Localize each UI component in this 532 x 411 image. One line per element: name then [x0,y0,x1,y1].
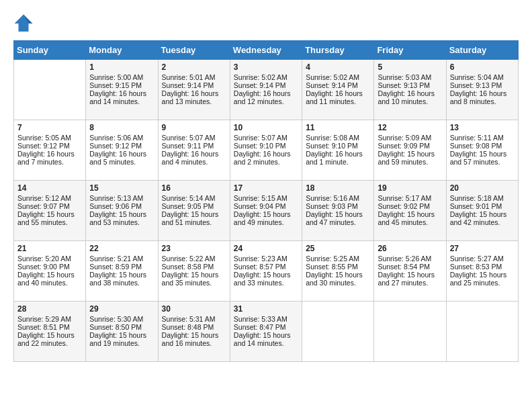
sunset-text: Sunset: 9:07 PM [17,202,82,210]
sunset-text: Sunset: 8:51 PM [17,323,82,331]
daylight-text: Daylight: 15 hours and 47 minutes. [306,210,370,226]
day-number: 17 [234,183,298,193]
day-number: 15 [89,183,154,193]
daylight-text: Daylight: 15 hours and 40 minutes. [17,271,82,287]
daylight-text: Daylight: 16 hours and 5 minutes. [89,150,154,166]
day-number: 9 [162,123,226,132]
sunset-text: Sunset: 8:59 PM [89,263,154,271]
day-number: 20 [450,183,515,193]
calendar-cell: 11Sunrise: 5:08 AMSunset: 9:10 PMDayligh… [302,120,374,181]
header-cell-tuesday: Tuesday [158,41,230,60]
calendar-cell: 16Sunrise: 5:14 AMSunset: 9:05 PMDayligh… [158,181,230,241]
sunset-text: Sunset: 9:04 PM [234,202,298,210]
sunrise-text: Sunrise: 5:11 AM [450,134,515,142]
calendar-cell: 21Sunrise: 5:20 AMSunset: 9:00 PMDayligh… [14,241,86,302]
sunset-text: Sunset: 8:48 PM [162,323,226,331]
sunset-text: Sunset: 9:09 PM [378,142,442,150]
header-cell-wednesday: Wednesday [230,41,302,60]
calendar-cell: 22Sunrise: 5:21 AMSunset: 8:59 PMDayligh… [86,241,158,302]
sunset-text: Sunset: 8:47 PM [234,323,298,331]
calendar-cell: 5Sunrise: 5:03 AMSunset: 9:13 PMDaylight… [374,60,446,120]
week-row-3: 14Sunrise: 5:12 AMSunset: 9:07 PMDayligh… [14,181,519,241]
daylight-text: Daylight: 16 hours and 13 minutes. [162,89,226,105]
sunset-text: Sunset: 9:01 PM [450,202,515,210]
day-number: 11 [306,123,370,132]
sunrise-text: Sunrise: 5:07 AM [234,134,298,142]
calendar-cell: 17Sunrise: 5:15 AMSunset: 9:04 PMDayligh… [230,181,302,241]
sunset-text: Sunset: 9:14 PM [306,81,370,89]
calendar-cell: 31Sunrise: 5:33 AMSunset: 8:47 PMDayligh… [230,302,302,362]
calendar-cell: 12Sunrise: 5:09 AMSunset: 9:09 PMDayligh… [374,120,446,181]
sunset-text: Sunset: 9:02 PM [378,202,442,210]
day-number: 14 [17,183,82,193]
day-number: 23 [162,244,226,253]
calendar-cell: 15Sunrise: 5:13 AMSunset: 9:06 PMDayligh… [86,181,158,241]
day-number: 22 [89,244,154,253]
daylight-text: Daylight: 15 hours and 38 minutes. [89,271,154,287]
week-row-2: 7Sunrise: 5:05 AMSunset: 9:12 PMDaylight… [14,120,519,181]
sunrise-text: Sunrise: 5:16 AM [306,194,370,202]
sunrise-text: Sunrise: 5:02 AM [306,73,370,81]
daylight-text: Daylight: 15 hours and 30 minutes. [306,271,370,287]
daylight-text: Daylight: 16 hours and 11 minutes. [306,89,370,105]
sunset-text: Sunset: 9:14 PM [234,81,298,89]
sunset-text: Sunset: 9:14 PM [162,81,226,89]
calendar-cell: 30Sunrise: 5:31 AMSunset: 8:48 PMDayligh… [158,302,230,362]
day-number: 4 [306,62,370,72]
calendar-cell: 20Sunrise: 5:18 AMSunset: 9:01 PMDayligh… [446,181,518,241]
calendar-cell: 18Sunrise: 5:16 AMSunset: 9:03 PMDayligh… [302,181,374,241]
sunrise-text: Sunrise: 5:31 AM [162,315,226,323]
day-number: 30 [162,304,226,314]
daylight-text: Daylight: 15 hours and 42 minutes. [450,210,515,226]
calendar-cell: 28Sunrise: 5:29 AMSunset: 8:51 PMDayligh… [14,302,86,362]
sunset-text: Sunset: 9:13 PM [378,81,442,89]
calendar-cell: 6Sunrise: 5:04 AMSunset: 9:13 PMDaylight… [446,60,518,120]
sunset-text: Sunset: 8:54 PM [378,263,442,271]
day-number: 25 [306,244,370,253]
sunrise-text: Sunrise: 5:21 AM [89,255,154,263]
day-number: 10 [234,123,298,132]
sunrise-text: Sunrise: 5:25 AM [306,255,370,263]
logo-icon [13,13,34,34]
day-number: 27 [450,244,515,253]
header-cell-saturday: Saturday [446,41,518,60]
sunrise-text: Sunrise: 5:33 AM [234,315,298,323]
calendar-cell: 24Sunrise: 5:23 AMSunset: 8:57 PMDayligh… [230,241,302,302]
daylight-text: Daylight: 16 hours and 1 minute. [306,150,370,166]
sunset-text: Sunset: 9:10 PM [234,142,298,150]
daylight-text: Daylight: 16 hours and 8 minutes. [450,89,515,105]
sunset-text: Sunset: 9:05 PM [162,202,226,210]
sunrise-text: Sunrise: 5:20 AM [17,255,82,263]
sunrise-text: Sunrise: 5:02 AM [234,73,298,81]
calendar-cell [374,302,446,362]
week-row-4: 21Sunrise: 5:20 AMSunset: 9:00 PMDayligh… [14,241,519,302]
daylight-text: Daylight: 16 hours and 7 minutes. [17,150,82,166]
sunset-text: Sunset: 9:00 PM [17,263,82,271]
sunset-text: Sunset: 9:12 PM [17,142,82,150]
sunrise-text: Sunrise: 5:22 AM [162,255,226,263]
sunrise-text: Sunrise: 5:30 AM [89,315,154,323]
sunset-text: Sunset: 9:11 PM [162,142,226,150]
calendar-cell: 29Sunrise: 5:30 AMSunset: 8:50 PMDayligh… [86,302,158,362]
daylight-text: Daylight: 15 hours and 19 minutes. [89,331,154,347]
day-number: 28 [17,304,82,314]
sunrise-text: Sunrise: 5:12 AM [17,194,82,202]
daylight-text: Daylight: 15 hours and 33 minutes. [234,271,298,287]
day-number: 12 [378,123,442,132]
calendar-cell: 8Sunrise: 5:06 AMSunset: 9:12 PMDaylight… [86,120,158,181]
calendar-cell: 7Sunrise: 5:05 AMSunset: 9:12 PMDaylight… [14,120,86,181]
sunrise-text: Sunrise: 5:07 AM [162,134,226,142]
sunset-text: Sunset: 8:55 PM [306,263,370,271]
sunset-text: Sunset: 9:10 PM [306,142,370,150]
day-number: 31 [234,304,298,314]
calendar-cell [302,302,374,362]
daylight-text: Daylight: 16 hours and 10 minutes. [378,89,442,105]
day-number: 26 [378,244,442,253]
calendar-cell: 10Sunrise: 5:07 AMSunset: 9:10 PMDayligh… [230,120,302,181]
sunset-text: Sunset: 8:58 PM [162,263,226,271]
day-number: 29 [89,304,154,314]
daylight-text: Daylight: 16 hours and 4 minutes. [162,150,226,166]
day-number: 18 [306,183,370,193]
logo [13,13,36,34]
day-number: 1 [89,62,154,72]
